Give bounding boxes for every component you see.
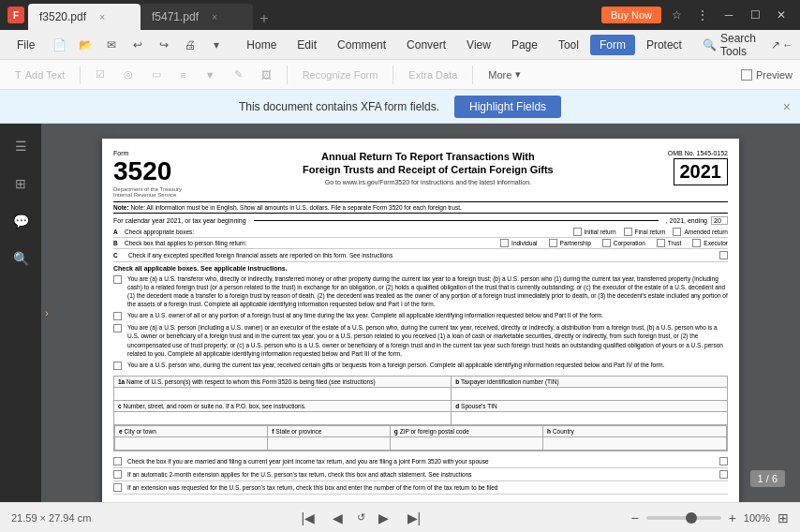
- tab-f5471[interactable]: f5471.pdf ×: [141, 4, 253, 30]
- maximize-button[interactable]: ☐: [744, 4, 766, 26]
- close-button[interactable]: ✕: [770, 4, 793, 26]
- footer-cb-3[interactable]: [113, 483, 122, 492]
- cell-1a-input[interactable]: [114, 387, 452, 400]
- cell-d-text: Spouse's TIN: [461, 403, 497, 409]
- extra-data-button[interactable]: Extra Data: [401, 66, 465, 83]
- dropdown-icon[interactable]: ▾: [205, 34, 228, 56]
- menu-page[interactable]: Page: [502, 35, 547, 55]
- trust-cb[interactable]: Trust: [657, 239, 682, 247]
- corporation-cb[interactable]: Corporation: [602, 239, 645, 247]
- menu-form[interactable]: Form: [590, 35, 635, 55]
- cell-g-label: g ZIP or foreign postal code: [390, 425, 542, 436]
- footer-cb-2-end[interactable]: [719, 470, 728, 479]
- menu-file[interactable]: File: [7, 35, 44, 55]
- more-options-icon[interactable]: ⋮: [691, 4, 714, 26]
- menu-protect[interactable]: Protect: [637, 35, 691, 55]
- sidebar-item-bookmark[interactable]: ☰: [6, 131, 36, 161]
- highlight-fields-button[interactable]: Highlight Fields: [454, 96, 561, 118]
- menu-convert[interactable]: Convert: [397, 35, 455, 55]
- last-page-button[interactable]: ▶|: [403, 507, 425, 529]
- icon-star[interactable]: ☆: [665, 4, 688, 26]
- circle-icon-btn[interactable]: ◎: [116, 66, 141, 83]
- initial-return-cb[interactable]: Initial return: [573, 228, 616, 236]
- notification-close-button[interactable]: ×: [783, 99, 791, 114]
- footer-cb-1-end[interactable]: [719, 457, 728, 466]
- share-icon[interactable]: ↗: [771, 34, 780, 56]
- search-tools-button[interactable]: 🔍 Search Tools: [693, 28, 765, 62]
- new-tab-button[interactable]: +: [253, 7, 275, 30]
- cell-f-input[interactable]: [268, 436, 391, 450]
- checkbox-icon-btn[interactable]: ☑: [88, 66, 112, 83]
- trust-checkbox[interactable]: [657, 239, 665, 247]
- cell-c-input[interactable]: [114, 411, 452, 424]
- preview-checkbox[interactable]: [741, 69, 752, 81]
- undo-icon[interactable]: ↩: [126, 34, 149, 56]
- cell-d-input[interactable]: [452, 411, 728, 424]
- document-area[interactable]: Form 3520 Department of the Treasury Int…: [41, 124, 800, 502]
- cell-1b-input[interactable]: [452, 387, 728, 400]
- checkbox-2[interactable]: [113, 312, 122, 320]
- individual-checkbox[interactable]: [500, 239, 509, 247]
- menu-home[interactable]: Home: [237, 35, 286, 55]
- see-instructions-text: See applicable instructions.: [200, 265, 288, 272]
- menu-tool[interactable]: Tool: [549, 35, 588, 55]
- sidebar-item-comments[interactable]: 💬: [6, 206, 36, 236]
- sidebar-item-pages[interactable]: ⊞: [6, 169, 36, 199]
- recognize-form-button[interactable]: Recognize Form: [295, 66, 386, 83]
- list-icon-btn[interactable]: ≡: [172, 66, 193, 83]
- amended-return-cb[interactable]: Amended return: [673, 228, 728, 236]
- zoom-out-button[interactable]: −: [630, 510, 638, 525]
- buy-now-button[interactable]: Buy Now: [601, 7, 661, 23]
- menu-view[interactable]: View: [457, 35, 500, 55]
- first-page-button[interactable]: |◀: [297, 507, 319, 529]
- final-return-checkbox[interactable]: [624, 228, 632, 236]
- tab-f3520[interactable]: f3520.pdf ×: [28, 4, 141, 30]
- amended-return-checkbox[interactable]: [673, 228, 681, 236]
- form-title-line1: Annual Return To Report Transactions Wit…: [196, 150, 660, 163]
- field-icon-btn[interactable]: ▭: [144, 66, 169, 83]
- checkbox-4[interactable]: [113, 362, 122, 370]
- new-file-icon[interactable]: 📄: [48, 34, 70, 56]
- zoom-slider[interactable]: [646, 516, 721, 520]
- cell-g-input[interactable]: [390, 436, 542, 450]
- print-icon[interactable]: 🖨: [179, 34, 201, 56]
- fit-page-icon[interactable]: ⊞: [778, 510, 789, 525]
- tab-f3520-close[interactable]: ×: [96, 10, 109, 23]
- cell-h-input[interactable]: [543, 436, 727, 450]
- corporation-checkbox[interactable]: [602, 239, 611, 247]
- menu-comment[interactable]: Comment: [328, 35, 395, 55]
- more-button[interactable]: More ▾: [481, 66, 528, 83]
- minimize-button[interactable]: ─: [718, 4, 740, 26]
- email-icon[interactable]: ✉: [100, 34, 123, 56]
- partnership-checkbox[interactable]: [549, 239, 557, 247]
- footer-cb-1[interactable]: [113, 457, 122, 466]
- back-icon[interactable]: ←: [782, 34, 793, 56]
- add-text-button[interactable]: T Add Text: [7, 66, 72, 83]
- prev-page-button[interactable]: ◀: [327, 507, 349, 529]
- individual-cb[interactable]: Individual: [500, 239, 537, 247]
- partnership-cb[interactable]: Partnership: [549, 239, 591, 247]
- sidebar-expand-handle[interactable]: ›: [41, 300, 52, 326]
- executor-checkbox[interactable]: [692, 239, 701, 247]
- menu-edit[interactable]: Edit: [288, 35, 326, 55]
- next-page-button[interactable]: ▶: [373, 507, 395, 529]
- checkbox-1[interactable]: [113, 275, 122, 284]
- footer-cb-2[interactable]: [113, 470, 122, 479]
- sign-icon-btn[interactable]: ✎: [227, 66, 250, 83]
- dropdown-field-icon[interactable]: ▼: [198, 66, 223, 83]
- final-return-cb[interactable]: Final return: [624, 228, 666, 236]
- dept-text: Department of the Treasury Internal Reve…: [113, 186, 188, 198]
- executor-cb[interactable]: Executor: [692, 239, 728, 247]
- row-c-checkbox[interactable]: [719, 251, 728, 259]
- open-file-icon[interactable]: 📂: [74, 34, 96, 56]
- form-number: 3520: [113, 156, 188, 186]
- tab-f5471-close[interactable]: ×: [208, 10, 221, 23]
- initial-return-checkbox[interactable]: [573, 228, 582, 236]
- redo-icon[interactable]: ↪: [153, 34, 175, 56]
- zoom-in-button[interactable]: +: [729, 510, 736, 525]
- cell-e-input[interactable]: [115, 436, 268, 450]
- checkbox-3[interactable]: [113, 324, 122, 332]
- image-field-icon[interactable]: 🖼: [254, 66, 279, 83]
- sidebar-item-search[interactable]: 🔍: [6, 244, 36, 273]
- cell-g-text: ZIP or foreign postal code: [400, 428, 469, 435]
